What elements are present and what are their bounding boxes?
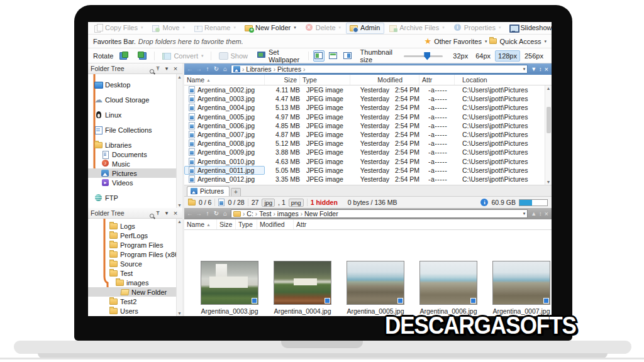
show-button[interactable]: Show xyxy=(216,50,251,62)
tree-item[interactable]: Cloud Storage xyxy=(88,95,182,104)
tree-item[interactable]: Linux xyxy=(88,110,182,119)
file-row[interactable]: Argentina_0007.jpg 4.87 MB JPEG image Ye… xyxy=(184,130,545,139)
scroll-up-icon[interactable]: ▲ xyxy=(547,86,551,90)
nav-icon[interactable]: ← xyxy=(186,209,194,219)
scroll-down-icon[interactable]: ▼ xyxy=(547,180,551,184)
nav-icon[interactable]: → xyxy=(194,209,203,219)
close-icon[interactable]: × xyxy=(171,65,180,72)
tree-item[interactable]: Windows xyxy=(88,315,182,316)
column-modified[interactable]: Modified xyxy=(257,219,294,229)
scroll-down-icon[interactable]: ▼ xyxy=(177,203,182,207)
size-preset-button[interactable]: 256px xyxy=(521,50,547,62)
scroll-down-icon[interactable]: ▼ xyxy=(177,311,182,315)
nav-icon[interactable]: ⌂ xyxy=(221,209,230,219)
tree-item[interactable]: PerfLogs xyxy=(88,231,182,240)
tree-scrollbar[interactable]: ▲ ▼ xyxy=(176,219,182,316)
tree-item[interactable]: File Collections xyxy=(88,125,182,134)
mini-tree-icon[interactable]: Ŧ xyxy=(153,65,162,72)
nav-icon[interactable]: ⌂ xyxy=(221,64,230,74)
thumbnail-image[interactable] xyxy=(201,261,258,305)
file-row[interactable]: Argentina_0008.jpg 5.12 MB JPEG image Ye… xyxy=(184,139,545,148)
breadcrumb-segment[interactable]: Libraries xyxy=(246,65,271,73)
toolbar-button[interactable]: Slideshow ▾ xyxy=(506,23,552,34)
breadcrumb-dropdown-icon[interactable]: ▾ xyxy=(523,211,526,216)
size-preset-button[interactable]: 32px xyxy=(450,50,471,62)
convert-button[interactable]: Convert ▾ xyxy=(159,50,206,62)
view-mode-thumbnails-button[interactable] xyxy=(313,50,325,62)
column-type[interactable]: Type xyxy=(300,75,350,85)
info-icon[interactable]: i xyxy=(480,199,488,206)
file-row[interactable]: Argentina_0004.jpg 5.13 MB JPEG image Ye… xyxy=(184,103,545,112)
close-icon[interactable]: × xyxy=(171,209,180,217)
thumbnail-image[interactable] xyxy=(274,261,331,305)
scroll-up-icon[interactable]: ▲ xyxy=(177,219,182,224)
other-favorites-button[interactable]: ★ Other Favorites ▾ xyxy=(424,38,487,45)
tree-item[interactable]: Source xyxy=(88,259,182,268)
tree-item[interactable]: images xyxy=(88,278,182,287)
column-attr[interactable]: Attr xyxy=(294,219,316,229)
thumbnail-item[interactable]: Argentina_0004.jpg xyxy=(266,261,339,315)
column-type[interactable]: Type xyxy=(236,219,257,229)
thumbnail-size-slider[interactable] xyxy=(404,52,443,60)
file-row[interactable]: Argentina_0006.jpg 4.85 MB JPEG image Ye… xyxy=(184,121,545,130)
breadcrumb-segment[interactable]: images xyxy=(277,210,299,217)
breadcrumb-segment[interactable]: C: xyxy=(247,210,253,217)
nav-icon[interactable]: ↻ xyxy=(212,64,221,74)
breadcrumb-segment[interactable]: Pictures xyxy=(277,65,301,73)
minimize-pane-icon[interactable]: ▲ xyxy=(531,211,536,217)
nav-icon[interactable]: ↑ xyxy=(203,64,212,74)
mini-tree-icon[interactable]: Ŧ xyxy=(153,210,162,216)
tree-item[interactable]: Test xyxy=(88,268,182,278)
tree-item[interactable]: Libraries xyxy=(88,140,182,150)
breadcrumb[interactable]: › C: › Test xyxy=(231,209,528,218)
thumbnail-item[interactable]: Argentina_0005.jpg xyxy=(339,261,412,315)
tree-item[interactable]: Program Files (x86) xyxy=(88,250,182,259)
file-row[interactable]: Argentina_0003.jpg 4.47 MB JPEG image Ye… xyxy=(184,94,545,103)
slider-handle[interactable] xyxy=(424,52,430,60)
tree-item[interactable]: Pictures xyxy=(88,168,182,178)
swap-panes-icon[interactable]: ↕ xyxy=(539,66,542,72)
tree-item[interactable]: Music xyxy=(88,159,182,168)
rotate-right-button[interactable] xyxy=(135,50,150,62)
close-pane-icon[interactable]: × xyxy=(545,210,548,217)
toolbar-button[interactable]: Rename ▾ xyxy=(190,23,240,34)
toolbar-button[interactable]: Move ▾ xyxy=(148,23,189,34)
thumbnail-image[interactable] xyxy=(492,261,550,305)
column-name[interactable]: Name▲ xyxy=(184,219,217,229)
quick-access-button[interactable]: Quick Access ▾ xyxy=(489,38,547,45)
nav-icon[interactable]: ↻ xyxy=(212,209,221,219)
breadcrumb-segment[interactable]: New Folder xyxy=(304,210,338,217)
column-modified[interactable]: Modified xyxy=(350,75,419,85)
tree-item[interactable]: Videos xyxy=(88,178,182,187)
thumbnail-item[interactable]: Argentina_0003.jpg xyxy=(193,261,266,315)
nav-icon[interactable]: ← xyxy=(186,64,194,74)
minimize-pane-icon[interactable]: ▼ xyxy=(531,66,536,72)
column-size[interactable]: Size xyxy=(265,75,300,85)
toolbar-button[interactable]: Admin xyxy=(346,23,384,34)
view-mode-details-button[interactable] xyxy=(328,50,339,62)
nav-icon[interactable]: ↑ xyxy=(203,209,212,219)
tree-item[interactable]: Logs xyxy=(88,221,182,231)
toolbar-button[interactable]: Properties ▾ xyxy=(450,23,506,34)
nav-icon[interactable]: → xyxy=(194,64,203,74)
set-wallpaper-button[interactable]: Set Wallpaper xyxy=(254,47,304,65)
thumbnail-item[interactable]: Argentina_0007.jpg xyxy=(485,261,552,315)
toolbar-button[interactable]: Delete ▾ xyxy=(301,23,345,34)
chevron-down-icon[interactable]: ▾ xyxy=(162,65,171,72)
size-preset-button[interactable]: 128px xyxy=(495,50,520,62)
new-tab-button[interactable]: + xyxy=(231,188,241,196)
breadcrumb[interactable]: › Libraries › Pictures › xyxy=(231,65,528,74)
tree-item[interactable]: Desktop xyxy=(88,80,182,89)
toolbar-button[interactable]: Copy Files ▾ xyxy=(91,23,147,34)
column-location[interactable]: Location xyxy=(455,75,552,85)
column-name[interactable]: Name▲ xyxy=(184,75,265,85)
column-size[interactable]: Size xyxy=(217,219,236,229)
file-row[interactable]: Argentina_0005.jpg 4.97 MB JPEG image Ye… xyxy=(184,112,545,121)
breadcrumb-segment[interactable]: Test xyxy=(259,210,271,217)
size-preset-button[interactable]: 64px xyxy=(472,50,494,62)
tree-scrollbar[interactable]: ▲ ▼ xyxy=(176,74,182,208)
file-list-scrollbar[interactable]: ▲ ▼ xyxy=(545,85,552,185)
thumbnail-image[interactable] xyxy=(347,261,404,305)
tree-item[interactable]: FTP xyxy=(88,193,182,202)
tree-item[interactable]: Program Files xyxy=(88,240,182,250)
